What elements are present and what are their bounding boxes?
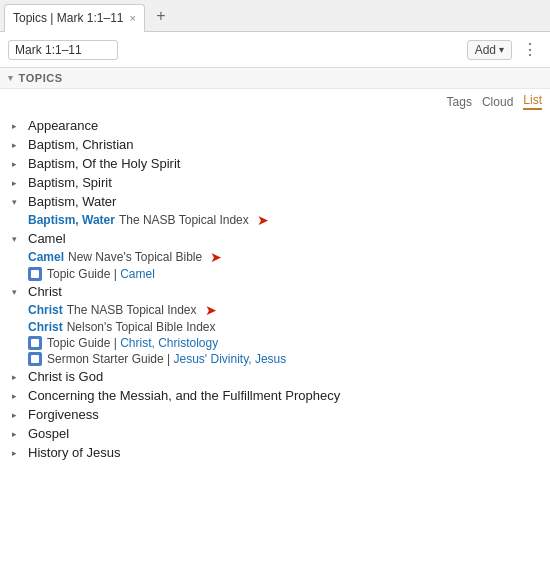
new-tab-button[interactable]: +: [149, 4, 173, 28]
topic-row[interactable]: ▸Concerning the Messiah, and the Fulfill…: [0, 386, 550, 405]
topics-section-header[interactable]: ▾ TOPICS: [0, 68, 550, 89]
topic-link[interactable]: Christ: [28, 320, 63, 334]
guide-item: Topic Guide | Camel: [28, 266, 550, 282]
topic-group: ▸Christ is God: [0, 367, 550, 386]
topic-row[interactable]: ▸Gospel: [0, 424, 550, 443]
active-tab[interactable]: Topics | Mark 1:1–11 ×: [4, 4, 145, 32]
topic-link[interactable]: Baptism, Water: [28, 213, 115, 227]
guide-resource-icon: [28, 336, 42, 350]
topic-row[interactable]: ▾Baptism, Water: [0, 192, 550, 211]
topic-expand-arrow: ▾: [12, 197, 22, 207]
toolbar: Add ▾ ⋮: [0, 32, 550, 68]
topic-expand-arrow: ▸: [12, 410, 22, 420]
topic-name: Forgiveness: [28, 407, 99, 422]
topic-name: Concerning the Messiah, and the Fulfillm…: [28, 388, 340, 403]
sub-items: Camel New Nave's Topical Bible➤Topic Gui…: [0, 248, 550, 282]
topic-row[interactable]: ▸Baptism, Christian: [0, 135, 550, 154]
topic-link[interactable]: Camel: [28, 250, 64, 264]
source-text: The NASB Topical Index: [67, 303, 197, 317]
topic-row[interactable]: ▸Appearance: [0, 116, 550, 135]
view-toggle: Tags Cloud List: [0, 89, 550, 112]
topic-row[interactable]: ▸Christ is God: [0, 367, 550, 386]
topic-group: ▸Baptism, Christian: [0, 135, 550, 154]
guide-prefix: Sermon Starter Guide |: [47, 352, 174, 366]
topic-name: Gospel: [28, 426, 69, 441]
topic-name: Baptism, Water: [28, 194, 116, 209]
topic-name: Christ: [28, 284, 62, 299]
topic-row[interactable]: ▸Baptism, Spirit: [0, 173, 550, 192]
add-button[interactable]: Add ▾: [467, 40, 512, 60]
guide-link[interactable]: Jesus' Divinity, Jesus: [174, 352, 287, 366]
sub-items: Baptism, Water The NASB Topical Index➤: [0, 211, 550, 229]
topic-group: ▸History of Jesus: [0, 443, 550, 462]
reference-input[interactable]: [8, 40, 118, 60]
sub-items: Christ The NASB Topical Index➤Christ Nel…: [0, 301, 550, 367]
topic-expand-arrow: ▸: [12, 372, 22, 382]
tab-close-button[interactable]: ×: [130, 13, 136, 24]
sub-item: Christ The NASB Topical Index➤: [28, 301, 550, 319]
source-text: New Nave's Topical Bible: [68, 250, 202, 264]
topic-expand-arrow: ▸: [12, 448, 22, 458]
topic-group: ▸Forgiveness: [0, 405, 550, 424]
topic-expand-arrow: ▾: [12, 234, 22, 244]
guide-item: Topic Guide | Christ, Christology: [28, 335, 550, 351]
topic-row[interactable]: ▾Christ: [0, 282, 550, 301]
sub-item: Christ Nelson's Topical Bible Index: [28, 319, 550, 335]
topic-list-scroll[interactable]: ▸Appearance▸Baptism, Christian▸Baptism, …: [0, 112, 550, 578]
add-caret-icon: ▾: [499, 44, 504, 55]
source-text: Nelson's Topical Bible Index: [67, 320, 216, 334]
topic-expand-arrow: ▸: [12, 178, 22, 188]
source-text: The NASB Topical Index: [119, 213, 249, 227]
topic-name: Appearance: [28, 118, 98, 133]
guide-item: Sermon Starter Guide | Jesus' Divinity, …: [28, 351, 550, 367]
topic-group: ▸Appearance: [0, 116, 550, 135]
cloud-view-button[interactable]: Cloud: [482, 95, 513, 109]
topic-group: ▾Baptism, WaterBaptism, Water The NASB T…: [0, 192, 550, 229]
section-label: TOPICS: [19, 72, 63, 84]
tab-bar: Topics | Mark 1:1–11 × +: [0, 0, 550, 32]
topic-row[interactable]: ▾Camel: [0, 229, 550, 248]
red-arrow-icon: ➤: [257, 212, 269, 228]
topic-group: ▸Concerning the Messiah, and the Fulfill…: [0, 386, 550, 405]
sub-item: Baptism, Water The NASB Topical Index➤: [28, 211, 550, 229]
section-collapse-arrow: ▾: [8, 73, 14, 83]
topic-group: ▾CamelCamel New Nave's Topical Bible➤Top…: [0, 229, 550, 282]
red-arrow-icon: ➤: [210, 249, 222, 265]
topic-expand-arrow: ▸: [12, 140, 22, 150]
sub-item: Camel New Nave's Topical Bible➤: [28, 248, 550, 266]
guide-resource-icon: [28, 352, 42, 366]
topic-link[interactable]: Christ: [28, 303, 63, 317]
topic-name: Baptism, Christian: [28, 137, 133, 152]
guide-link[interactable]: Christ, Christology: [120, 336, 218, 350]
topic-row[interactable]: ▸Forgiveness: [0, 405, 550, 424]
guide-label: Topic Guide | Camel: [47, 267, 155, 281]
topic-name: Baptism, Of the Holy Spirit: [28, 156, 180, 171]
guide-prefix: Topic Guide |: [47, 336, 120, 350]
topic-name: Christ is God: [28, 369, 103, 384]
topic-name: Baptism, Spirit: [28, 175, 112, 190]
guide-resource-icon: [28, 267, 42, 281]
topic-expand-arrow: ▸: [12, 429, 22, 439]
list-view-button[interactable]: List: [523, 93, 542, 110]
add-label: Add: [475, 43, 496, 57]
topic-group: ▸Baptism, Of the Holy Spirit: [0, 154, 550, 173]
topic-expand-arrow: ▸: [12, 391, 22, 401]
tags-view-button[interactable]: Tags: [447, 95, 472, 109]
guide-prefix: Topic Guide |: [47, 267, 120, 281]
tab-label: Topics | Mark 1:1–11: [13, 11, 124, 25]
topic-group: ▾ChristChrist The NASB Topical Index➤Chr…: [0, 282, 550, 367]
guide-link[interactable]: Camel: [120, 267, 155, 281]
more-options-button[interactable]: ⋮: [518, 40, 542, 59]
topic-row[interactable]: ▸Baptism, Of the Holy Spirit: [0, 154, 550, 173]
topic-row[interactable]: ▸History of Jesus: [0, 443, 550, 462]
topic-name: History of Jesus: [28, 445, 120, 460]
topic-expand-arrow: ▸: [12, 159, 22, 169]
topic-expand-arrow: ▾: [12, 287, 22, 297]
topic-group: ▸Gospel: [0, 424, 550, 443]
red-arrow-icon: ➤: [205, 302, 217, 318]
guide-label: Sermon Starter Guide | Jesus' Divinity, …: [47, 352, 286, 366]
guide-label: Topic Guide | Christ, Christology: [47, 336, 218, 350]
topic-name: Camel: [28, 231, 66, 246]
topic-list: ▸Appearance▸Baptism, Christian▸Baptism, …: [0, 112, 550, 466]
topic-expand-arrow: ▸: [12, 121, 22, 131]
